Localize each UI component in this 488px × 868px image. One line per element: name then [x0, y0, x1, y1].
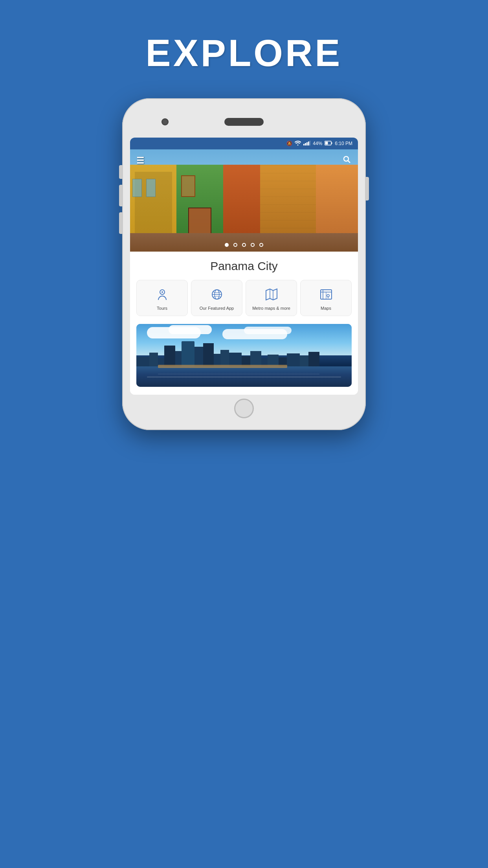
mute-icon: 🔕	[286, 141, 292, 146]
wifi-icon	[295, 141, 301, 147]
time-display: 6:10 PM	[335, 141, 352, 146]
svg-rect-0	[303, 144, 305, 145]
svg-rect-3	[308, 142, 309, 145]
svg-rect-1	[305, 143, 306, 145]
carousel-dot-3[interactable]	[242, 243, 246, 247]
battery-icon	[325, 141, 332, 147]
carousel-dot-2[interactable]	[233, 243, 237, 247]
phone-frame: 🔕 44%	[122, 98, 366, 430]
maps-label: Maps	[321, 305, 331, 311]
hamburger-icon[interactable]: ☰	[136, 156, 144, 165]
tours-label: Tours	[157, 305, 167, 311]
hero-image[interactable]: ☰	[130, 149, 358, 252]
page-title: EXPLORE	[146, 31, 343, 75]
status-bar: 🔕 44%	[130, 138, 358, 149]
earpiece	[224, 118, 264, 126]
carousel-dot-1[interactable]	[225, 243, 229, 247]
battery-text: 44%	[313, 141, 322, 146]
featured-app-label: Our Featured App	[200, 305, 234, 311]
svg-rect-2	[306, 142, 308, 145]
content-area: Panama City Tours	[130, 252, 358, 395]
feature-item-tours[interactable]: Tours	[136, 280, 188, 316]
svg-point-22	[327, 294, 329, 297]
city-title: Panama City	[136, 259, 352, 273]
svg-rect-6	[325, 142, 328, 144]
power-button	[366, 177, 369, 200]
feature-item-featured-app[interactable]: Our Featured App	[191, 280, 242, 316]
phone-bottom	[130, 399, 358, 418]
volume-up-button	[119, 185, 122, 206]
volume-down-button	[119, 212, 122, 234]
svg-marker-15	[266, 289, 277, 300]
city-skyline-image[interactable]	[136, 324, 352, 387]
street-floor	[130, 233, 358, 252]
app-nav-bar: ☰	[130, 149, 358, 172]
maps-icon	[318, 287, 334, 302]
camera-icon	[161, 118, 169, 125]
signal-icon	[303, 141, 310, 147]
metro-maps-label: Metro maps & more	[252, 305, 290, 311]
metro-maps-icon	[264, 287, 279, 302]
phone-screen: 🔕 44%	[130, 138, 358, 395]
search-icon[interactable]	[342, 155, 352, 167]
feature-item-metro-maps[interactable]: Metro maps & more	[246, 280, 297, 316]
feature-grid: Tours Our Featured App	[136, 280, 352, 316]
svg-point-11	[161, 291, 163, 293]
svg-rect-7	[332, 142, 332, 144]
svg-point-8	[344, 156, 349, 161]
svg-rect-4	[310, 141, 310, 145]
tours-icon	[154, 287, 170, 302]
carousel-dots	[225, 243, 263, 247]
phone-top	[130, 110, 358, 134]
building-row	[130, 165, 358, 236]
volume-silent-button	[119, 165, 122, 179]
home-button[interactable]	[234, 399, 254, 418]
carousel-dot-4[interactable]	[251, 243, 255, 247]
feature-item-maps[interactable]: Maps	[300, 280, 352, 316]
featured-app-icon	[209, 287, 225, 302]
svg-line-9	[348, 161, 350, 163]
skyline-bg	[136, 324, 352, 387]
carousel-dot-5[interactable]	[259, 243, 263, 247]
